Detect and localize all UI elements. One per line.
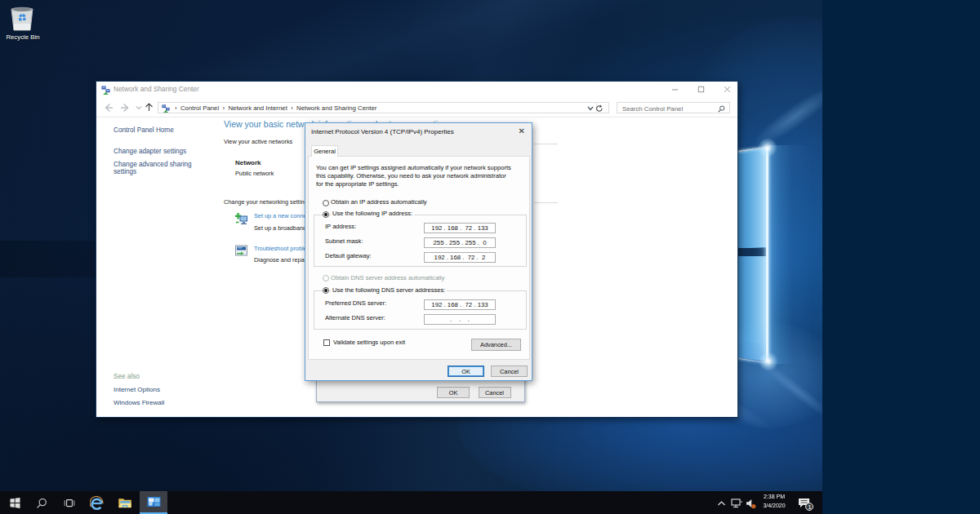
svg-text:1: 1 <box>808 503 812 511</box>
